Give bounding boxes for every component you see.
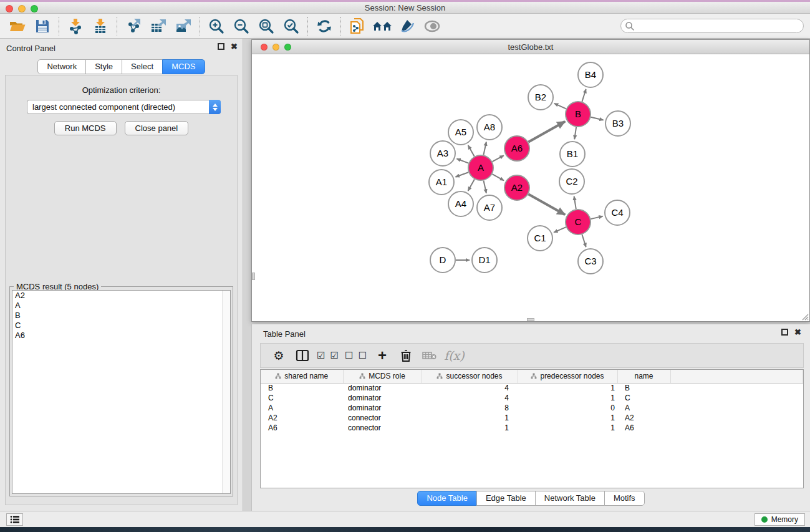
graph-edge-B-B2[interactable] <box>554 104 566 109</box>
hide-selected-button[interactable] <box>395 16 420 37</box>
graph-node-A4[interactable]: A4 <box>448 191 473 216</box>
graph-edge-A-A6[interactable] <box>493 155 504 162</box>
graph-edge-B-B4[interactable] <box>582 89 586 102</box>
new-network-from-selection-button[interactable] <box>345 16 370 37</box>
tab-style[interactable]: Style <box>85 59 122 74</box>
close-mcds-panel-button[interactable]: Close panel <box>125 121 189 135</box>
import-network-button[interactable] <box>63 16 88 37</box>
table-row[interactable]: A2connector11A2 <box>261 413 803 423</box>
graph-node-A1[interactable]: A1 <box>429 170 454 195</box>
add-column-button[interactable]: + <box>373 346 392 365</box>
import-table-button[interactable] <box>88 16 113 37</box>
mcds-result-item[interactable]: C <box>12 321 230 331</box>
zoom-in-button[interactable] <box>204 16 229 37</box>
export-table-button[interactable] <box>146 16 171 37</box>
graph-edge-A-A8[interactable] <box>483 142 486 155</box>
node-table[interactable]: shared nameMCDS rolesuccessor nodesprede… <box>260 369 804 488</box>
float-table-panel-button[interactable] <box>781 329 788 336</box>
first-neighbors-button[interactable] <box>370 16 395 37</box>
graph-node-B1[interactable]: B1 <box>560 142 585 167</box>
delete-column-button[interactable] <box>397 346 415 365</box>
vertical-scrollbar-thumb[interactable] <box>252 273 255 280</box>
tab-node-table[interactable]: Node Table <box>417 491 477 506</box>
graph-edge-A-A7[interactable] <box>484 181 486 193</box>
function-builder-button[interactable]: f(x) <box>444 346 465 365</box>
graph-edge-C-C2[interactable] <box>574 196 576 210</box>
graph-edge-B-B3[interactable] <box>591 117 603 120</box>
graph-node-C3[interactable]: C3 <box>578 249 603 274</box>
tab-network-table[interactable]: Network Table <box>535 491 605 506</box>
mcds-result-list[interactable]: A2ABCA6 <box>12 290 231 494</box>
graph-edge-A2-C[interactable] <box>528 194 565 215</box>
column-header[interactable]: name <box>617 370 670 383</box>
mcds-result-item[interactable]: A6 <box>12 331 230 341</box>
close-table-panel-button[interactable]: ✖ <box>794 329 801 336</box>
optimization-criterion-select[interactable]: largest connected component (directed) <box>27 100 221 114</box>
graph-edge-A-A4[interactable] <box>468 179 475 191</box>
graph-node-A7[interactable]: A7 <box>477 195 502 220</box>
search-input[interactable] <box>635 22 803 31</box>
graph-edge-C-C4[interactable] <box>591 216 602 220</box>
graph-node-C2[interactable]: C2 <box>559 169 584 194</box>
zoom-fit-button[interactable] <box>254 16 279 37</box>
graph-edge-C-C3[interactable] <box>582 235 586 247</box>
zoom-selected-button[interactable] <box>279 16 304 37</box>
show-all-button[interactable] <box>420 16 445 37</box>
mcds-result-item[interactable]: A2 <box>12 291 230 301</box>
graph-edge-A-A3[interactable] <box>457 159 469 163</box>
apply-layout-button[interactable] <box>312 16 337 37</box>
graph-node-B3[interactable]: B3 <box>605 111 630 136</box>
table-settings-button[interactable]: ⚙ <box>269 346 288 365</box>
task-history-button[interactable] <box>6 513 23 526</box>
tab-select[interactable]: Select <box>122 59 163 74</box>
graph-node-D1[interactable]: D1 <box>472 248 497 273</box>
deselect-all-rows-button[interactable]: ☐ ☐ <box>345 346 368 365</box>
export-network-button[interactable] <box>121 16 146 37</box>
tab-edge-table[interactable]: Edge Table <box>476 491 536 506</box>
graph-node-D[interactable]: D <box>430 248 455 273</box>
column-visibility-button[interactable] <box>293 346 312 365</box>
tab-motifs[interactable]: Motifs <box>604 491 645 506</box>
graph-edge-C-C1[interactable] <box>554 227 566 232</box>
graph-node-A2[interactable]: A2 <box>504 175 529 200</box>
graph-node-A3[interactable]: A3 <box>430 141 455 166</box>
graph-node-A[interactable]: A <box>468 155 493 180</box>
table-row[interactable]: Cdominator41C <box>261 393 803 403</box>
result-scrollbar[interactable] <box>222 291 230 493</box>
zoom-out-button[interactable] <box>229 16 254 37</box>
horizontal-scrollbar-thumb[interactable] <box>527 318 534 321</box>
graph-edge-A-A5[interactable] <box>468 145 475 157</box>
column-header[interactable]: successor nodes <box>422 370 518 383</box>
resize-grip[interactable] <box>800 312 809 321</box>
column-header[interactable]: predecessor nodes <box>518 370 617 383</box>
graph-edge-B-B1[interactable] <box>574 127 576 139</box>
tab-network[interactable]: Network <box>37 59 86 74</box>
run-mcds-button[interactable]: Run MCDS <box>54 121 117 135</box>
table-row[interactable]: Adominator80A <box>261 403 803 413</box>
tab-mcds[interactable]: MCDS <box>162 59 205 74</box>
select-all-rows-button[interactable]: ☑ ☑ <box>317 346 340 365</box>
graph-node-C4[interactable]: C4 <box>605 200 630 225</box>
graph-node-B[interactable]: B <box>566 102 591 127</box>
delete-table-button[interactable] <box>420 346 439 365</box>
float-panel-button[interactable] <box>218 43 224 50</box>
save-session-button[interactable] <box>30 16 55 37</box>
graph-node-B2[interactable]: B2 <box>528 85 553 110</box>
graph-node-B4[interactable]: B4 <box>578 62 603 87</box>
search-field[interactable] <box>620 19 804 33</box>
column-header[interactable]: MCDS role <box>343 370 422 383</box>
memory-button[interactable]: Memory <box>755 513 805 526</box>
export-image-button[interactable] <box>171 16 196 37</box>
table-row[interactable]: A6connector11A6 <box>261 423 803 433</box>
table-row[interactable]: Bdominator41B <box>261 383 803 393</box>
open-session-button[interactable] <box>5 16 30 37</box>
graph-edge-A6-B[interactable] <box>528 122 565 142</box>
graph-node-A6[interactable]: A6 <box>504 136 529 161</box>
graph-edge-A-A1[interactable] <box>456 172 469 177</box>
graph-node-A8[interactable]: A8 <box>477 115 502 140</box>
column-header[interactable]: shared name <box>261 370 343 383</box>
network-canvas[interactable]: B4B2BB3A5A8A6A3B1AA1C2A2A4A7C4CC1C3DD1 <box>252 54 809 321</box>
mcds-result-item[interactable]: A <box>12 301 230 311</box>
graph-node-A5[interactable]: A5 <box>448 120 473 145</box>
graph-node-C1[interactable]: C1 <box>528 226 552 251</box>
